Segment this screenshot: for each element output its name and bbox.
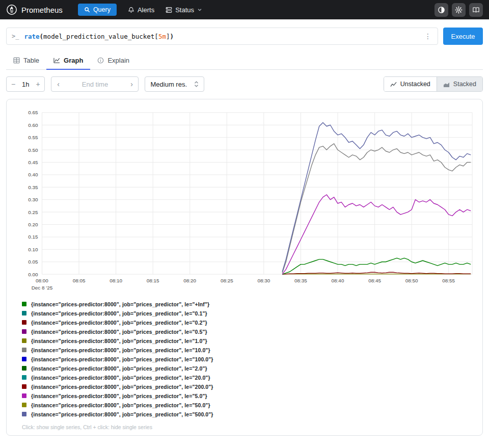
info-icon xyxy=(97,57,104,64)
status-icon xyxy=(166,7,172,13)
query-token-bracket: [ xyxy=(154,33,158,40)
legend-swatch xyxy=(22,357,26,361)
range-decrease-button[interactable]: − xyxy=(7,77,20,91)
tab-explain[interactable]: Explain xyxy=(90,52,137,70)
end-time-prev-button[interactable]: ‹ xyxy=(51,77,65,91)
legend-label: {instance="prices-predictor:8000", job="… xyxy=(31,411,213,417)
nav-alerts-button[interactable]: Alerts xyxy=(128,6,154,14)
docs-button[interactable] xyxy=(469,3,483,17)
main-content: >_ rate(model_prediction_value_bucket[5m… xyxy=(0,19,489,442)
tab-table[interactable]: Table xyxy=(6,52,46,70)
legend-swatch xyxy=(22,384,26,389)
svg-text:08:10: 08:10 xyxy=(110,278,122,283)
legend-swatch xyxy=(22,320,26,325)
line-chart-icon xyxy=(390,81,397,88)
brand-title: Prometheus xyxy=(21,6,63,14)
brand: Prometheus xyxy=(6,4,63,15)
query-input[interactable]: >_ rate(model_prediction_value_bucket[5m… xyxy=(6,28,438,45)
theme-toggle-button[interactable] xyxy=(434,3,448,17)
chart-area: 0.000.050.100.150.200.250.300.350.400.45… xyxy=(11,106,478,294)
svg-text:08:25: 08:25 xyxy=(221,278,233,283)
legend: {instance="prices-predictor:8000", job="… xyxy=(22,300,478,419)
nav-items: Query Alerts Status xyxy=(78,4,202,16)
nav-query-button[interactable]: Query xyxy=(78,4,117,16)
legend-item[interactable]: {instance="prices-predictor:8000", job="… xyxy=(22,346,210,355)
range-increase-button[interactable]: + xyxy=(31,77,44,91)
bell-icon xyxy=(128,7,134,13)
legend-swatch xyxy=(22,403,26,407)
legend-item[interactable]: {instance="prices-predictor:8000", job="… xyxy=(22,327,207,336)
select-chevrons-icon xyxy=(194,81,199,88)
nav-status-button[interactable]: Status xyxy=(166,6,202,14)
legend-label: {instance="prices-predictor:8000", job="… xyxy=(31,393,207,399)
range-value: 1h xyxy=(20,81,31,88)
svg-text:08:50: 08:50 xyxy=(405,278,418,283)
legend-item[interactable]: {instance="prices-predictor:8000", job="… xyxy=(22,391,207,401)
nav-alerts-label: Alerts xyxy=(138,6,154,14)
resolution-select[interactable]: Medium res. xyxy=(145,76,204,92)
legend-label: {instance="prices-predictor:8000", job="… xyxy=(31,320,207,326)
time-series-chart[interactable]: 0.000.050.100.150.200.250.300.350.400.45… xyxy=(11,106,478,294)
legend-swatch xyxy=(22,375,26,380)
svg-text:08:20: 08:20 xyxy=(183,278,196,283)
search-icon xyxy=(84,7,90,13)
legend-label: {instance="prices-predictor:8000", job="… xyxy=(31,310,207,317)
legend-swatch xyxy=(22,412,26,416)
prometheus-logo-icon xyxy=(6,4,17,15)
legend-item[interactable]: {instance="prices-predictor:8000", job="… xyxy=(22,300,209,309)
stacked-button[interactable]: Stacked xyxy=(437,77,482,91)
svg-text:0.40: 0.40 xyxy=(28,172,38,177)
legend-label: {instance="prices-predictor:8000", job="… xyxy=(31,356,213,362)
navbar-actions xyxy=(434,3,483,17)
legend-label: {instance="prices-predictor:8000", job="… xyxy=(31,338,207,344)
query-menu-button[interactable]: ⋮ xyxy=(423,32,432,40)
terminal-prompt-icon: >_ xyxy=(12,33,19,40)
legend-item[interactable]: {instance="prices-predictor:8000", job="… xyxy=(22,318,207,327)
execute-button[interactable]: Execute xyxy=(443,28,483,45)
svg-text:08:15: 08:15 xyxy=(147,278,159,283)
navbar: Prometheus Query Alerts xyxy=(0,0,489,19)
tab-graph-label: Graph xyxy=(64,57,83,64)
svg-text:0.35: 0.35 xyxy=(28,185,38,190)
query-token-paren: ) xyxy=(170,33,174,40)
tab-graph[interactable]: Graph xyxy=(46,52,90,70)
stacking-toggle: Unstacked Stacked xyxy=(384,76,483,92)
legend-item[interactable]: {instance="prices-predictor:8000", job="… xyxy=(22,382,213,391)
settings-button[interactable] xyxy=(452,3,466,17)
chevron-down-icon xyxy=(197,7,202,12)
legend-item[interactable]: {instance="prices-predictor:8000", job="… xyxy=(22,364,207,373)
svg-text:08:05: 08:05 xyxy=(73,278,86,283)
query-token-duration: 5m xyxy=(158,33,166,40)
legend-item[interactable]: {instance="prices-predictor:8000", job="… xyxy=(22,336,207,346)
legend-swatch xyxy=(22,338,26,343)
legend-item[interactable]: {instance="prices-predictor:8000", job="… xyxy=(22,373,210,382)
table-icon xyxy=(13,57,20,64)
svg-text:0.20: 0.20 xyxy=(28,222,38,227)
legend-swatch xyxy=(22,329,26,334)
legend-label: {instance="prices-predictor:8000", job="… xyxy=(31,384,213,390)
legend-item[interactable]: {instance="prices-predictor:8000", job="… xyxy=(22,410,213,419)
svg-text:Dec 8 '25: Dec 8 '25 xyxy=(32,285,53,291)
svg-text:0.65: 0.65 xyxy=(28,110,38,115)
end-time-next-button[interactable]: › xyxy=(125,77,138,91)
legend-label: {instance="prices-predictor:8000", job="… xyxy=(31,347,210,353)
query-row: >_ rate(model_prediction_value_bucket[5m… xyxy=(6,28,483,45)
end-time-input[interactable] xyxy=(65,81,125,88)
unstacked-button[interactable]: Unstacked xyxy=(384,77,437,91)
legend-swatch xyxy=(22,393,26,398)
svg-text:0.00: 0.00 xyxy=(28,272,38,277)
legend-label: {instance="prices-predictor:8000", job="… xyxy=(31,329,207,335)
legend-item[interactable]: {instance="prices-predictor:8000", job="… xyxy=(22,309,207,318)
svg-text:0.55: 0.55 xyxy=(28,135,38,140)
svg-text:0.45: 0.45 xyxy=(28,160,38,165)
legend-item[interactable]: {instance="prices-predictor:8000", job="… xyxy=(22,401,210,410)
stacked-label: Stacked xyxy=(453,81,476,88)
legend-item[interactable]: {instance="prices-predictor:8000", job="… xyxy=(22,355,213,364)
legend-label: {instance="prices-predictor:8000", job="… xyxy=(31,365,207,372)
legend-swatch xyxy=(22,311,26,315)
unstacked-label: Unstacked xyxy=(400,81,430,88)
tab-table-label: Table xyxy=(23,57,39,64)
query-expression: rate(model_prediction_value_bucket[5m]) xyxy=(24,33,423,40)
nav-status-label: Status xyxy=(175,6,194,14)
legend-label: {instance="prices-predictor:8000", job="… xyxy=(31,301,209,307)
